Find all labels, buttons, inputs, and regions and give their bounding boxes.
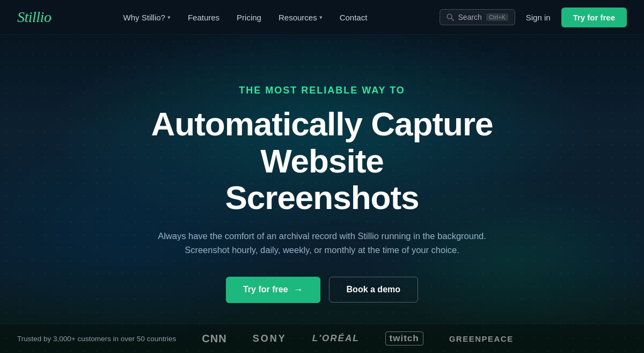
hero-content: THE MOST RELIABLE WAY TO Automatically C… <box>102 85 542 302</box>
hero-description: Always have the comfort of an archival r… <box>140 229 504 257</box>
nav-item-why-stillio[interactable]: Why Stillio? ▾ <box>123 13 171 22</box>
nav-item-resources[interactable]: Resources ▾ <box>279 13 323 22</box>
trust-logos: CNN SONY L'ORÉAL twitch GREENPEACE <box>202 332 627 345</box>
arrow-right-icon: → <box>294 284 303 296</box>
chevron-down-icon: ▾ <box>167 14 171 21</box>
nav-item-pricing[interactable]: Pricing <box>237 13 261 22</box>
chevron-down-icon: ▾ <box>319 14 323 21</box>
hero-subtitle: THE MOST RELIABLE WAY TO <box>113 85 531 96</box>
sign-in-button[interactable]: Sign in <box>526 13 551 22</box>
search-placeholder: Search <box>458 13 482 21</box>
brand-cnn: CNN <box>202 333 226 345</box>
nav-item-contact[interactable]: Contact <box>340 13 368 22</box>
navbar: Stillio Why Stillio? ▾ Features Pricing … <box>0 0 644 35</box>
brand-loreal: L'ORÉAL <box>312 333 360 344</box>
brand-sony: SONY <box>253 333 287 344</box>
trust-bar: Trusted by 3,000+ customers in over 50 c… <box>0 323 644 353</box>
search-shortcut: Ctrl+K <box>486 13 508 21</box>
nav-links: Why Stillio? ▾ Features Pricing Resource… <box>123 13 368 22</box>
trust-text: Trusted by 3,000+ customers in over 50 c… <box>17 335 176 343</box>
brand-greenpeace: GREENPEACE <box>449 334 514 343</box>
book-demo-button[interactable]: Book a demo <box>329 277 418 302</box>
hero-try-free-button[interactable]: Try for free → <box>226 277 320 303</box>
logo[interactable]: Stillio <box>17 9 51 26</box>
hero-section: THE MOST RELIABLE WAY TO Automatically C… <box>0 35 644 353</box>
brand-twitch: twitch <box>385 332 423 345</box>
svg-line-1 <box>451 18 453 20</box>
search-icon <box>447 13 454 21</box>
nav-right: Search Ctrl+K Sign in Try for free <box>440 8 627 27</box>
search-box[interactable]: Search Ctrl+K <box>440 9 515 25</box>
nav-try-free-button[interactable]: Try for free <box>561 8 627 27</box>
hero-buttons: Try for free → Book a demo <box>113 277 531 303</box>
nav-item-features[interactable]: Features <box>188 13 219 22</box>
hero-title: Automatically Capture Website Screenshot… <box>113 106 531 216</box>
